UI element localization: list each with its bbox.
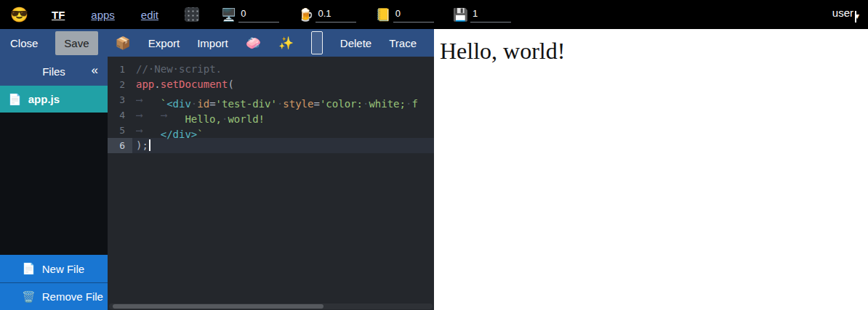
line-number[interactable]: 4: [108, 107, 132, 123]
monitor-icon: 🖥️: [221, 7, 236, 23]
line-number[interactable]: 2: [108, 77, 132, 92]
stat-field-beer: 🍺: [298, 7, 356, 23]
code-editor[interactable]: 123456 //·New·script.app.setDocument(⟶`<…: [108, 57, 434, 310]
new-file-label: New File: [42, 263, 84, 275]
user-menu[interactable]: user▾: [832, 7, 856, 23]
beer-icon: 🍺: [298, 7, 313, 23]
file-icon: 📄: [8, 93, 22, 106]
horizontal-scrollbar[interactable]: [109, 303, 433, 309]
remove-file-label: Remove File: [42, 290, 103, 303]
code-line[interactable]: app.setDocument(: [132, 77, 434, 92]
files-header: Files «: [0, 57, 108, 86]
line-number[interactable]: 6: [108, 138, 132, 153]
new-file-button[interactable]: 📄 New File: [0, 255, 108, 282]
close-button[interactable]: Close: [10, 33, 38, 54]
file-name: app.js: [28, 93, 60, 105]
line-number-gutter[interactable]: 123456: [108, 57, 132, 310]
delete-button[interactable]: Delete: [340, 33, 371, 54]
files-sidebar: Files « 📄 app.js 📄 New File 🗑️ Remove Fi…: [0, 57, 108, 310]
editor-toolbar: Close Save 📦 Export Import 🧼 ✨ Delete Tr…: [0, 29, 434, 57]
app-root: 😎 TF apps edit 🖥️ 🍺 📒 💾 user▾ Close Save…: [0, 0, 868, 310]
line-number[interactable]: 5: [108, 123, 132, 138]
floppy-icon: 💾: [453, 7, 468, 23]
empty-slot-button[interactable]: [311, 31, 323, 54]
remove-file-button[interactable]: 🗑️ Remove File: [0, 282, 108, 310]
file-list-area: [0, 113, 108, 255]
stat-field-monitor: 🖥️: [221, 7, 279, 23]
file-item-appjs[interactable]: 📄 app.js: [0, 86, 108, 113]
caret-down-icon: ▾: [855, 11, 856, 23]
brand-link[interactable]: TF: [52, 9, 65, 21]
import-button[interactable]: Import: [197, 33, 228, 54]
text-cursor: [149, 139, 150, 151]
package-icon-button[interactable]: 📦: [116, 33, 131, 53]
apps-grid-icon[interactable]: [185, 7, 199, 22]
line-number[interactable]: 3: [108, 92, 132, 107]
sparkles-icon-button[interactable]: ✨: [278, 33, 294, 53]
nav-link-apps[interactable]: apps: [91, 9, 115, 21]
stat-field-floppy: 💾: [453, 7, 511, 23]
new-file-icon: 📄: [22, 262, 36, 275]
code-line[interactable]: ⟶</div>`: [132, 123, 434, 138]
monitor-input[interactable]: [238, 7, 279, 23]
code-line[interactable]: ⟶`<div·id='test-div'·style='color:·white…: [132, 92, 434, 107]
ledger-icon: 📒: [375, 7, 390, 23]
ledger-input[interactable]: [393, 7, 434, 23]
trace-button[interactable]: Trace: [389, 33, 417, 54]
files-title: Files: [42, 65, 65, 78]
floppy-input[interactable]: [470, 7, 511, 23]
collapse-sidebar-icon[interactable]: «: [92, 63, 98, 78]
preview-panel: Hello, world!: [434, 29, 868, 310]
export-button[interactable]: Export: [148, 33, 180, 54]
code-line[interactable]: //·New·script.: [132, 62, 434, 77]
code-lines[interactable]: //·New·script.app.setDocument(⟶`<div·id=…: [132, 57, 434, 310]
user-label: user: [832, 7, 853, 19]
smiley-logo-icon[interactable]: 😎: [10, 6, 28, 23]
scrollbar-thumb[interactable]: [113, 304, 324, 309]
line-number[interactable]: 1: [108, 62, 132, 77]
topbar: 😎 TF apps edit 🖥️ 🍺 📒 💾 user▾: [0, 0, 868, 29]
nav-link-edit[interactable]: edit: [141, 9, 158, 21]
trash-icon: 🗑️: [22, 290, 36, 303]
soap-icon-button[interactable]: 🧼: [246, 33, 261, 53]
stat-field-ledger: 📒: [375, 7, 433, 23]
code-line[interactable]: );: [132, 138, 434, 153]
beer-input[interactable]: [316, 7, 356, 23]
code-line[interactable]: ⟶⟶Hello,·world!: [132, 107, 434, 123]
save-button[interactable]: Save: [55, 31, 97, 55]
preview-text: Hello, world!: [440, 37, 862, 65]
